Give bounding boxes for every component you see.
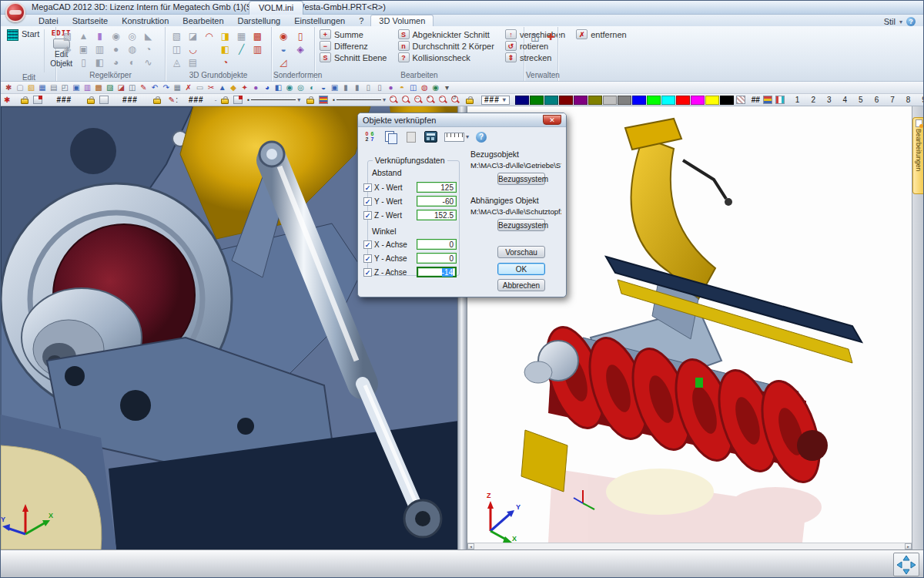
x-achse-input[interactable]: 0: [417, 239, 457, 250]
view-number-button[interactable]: 3: [827, 96, 832, 104]
toolbar-icon[interactable]: ◆: [228, 82, 239, 93]
z-wert-checkbox[interactable]: ✓: [363, 211, 372, 220]
color-swatch[interactable]: [574, 96, 588, 105]
toolbar-icon[interactable]: ▮: [351, 82, 363, 93]
zoom-icon[interactable]: ↺: [450, 95, 460, 105]
layer-value[interactable]: ###: [56, 96, 72, 104]
color-swatch[interactable]: [559, 96, 573, 105]
line-style-icon[interactable]: [319, 96, 328, 104]
style-label[interactable]: Stil: [884, 17, 896, 26]
toolbar-icon[interactable]: ◎: [295, 82, 306, 93]
x-wert-input[interactable]: 125: [417, 182, 457, 193]
grundobjekt-icon[interactable]: ▤: [185, 55, 201, 69]
regelkoerper-shape-icon[interactable]: ▥: [92, 42, 108, 55]
bezugssystem-button-1[interactable]: Bezugssystem: [497, 173, 545, 185]
grundobjekt-icon[interactable]: [201, 55, 217, 69]
grundobjekt-icon[interactable]: ◠: [201, 29, 217, 42]
color-swatch[interactable]: [691, 96, 705, 105]
zoom-icon[interactable]: ↔: [413, 95, 424, 105]
toolbar-icon[interactable]: ●: [385, 82, 397, 93]
toolbar-icon[interactable]: ◒: [318, 82, 330, 93]
abbrechen-button[interactable]: Abbrechen: [497, 279, 545, 291]
snap-point-icon[interactable]: ✱: [4, 96, 10, 104]
regelkoerper-shape-icon[interactable]: ▯: [75, 55, 92, 69]
vorschau-button[interactable]: Vorschau: [497, 246, 545, 258]
lock-icon[interactable]: [306, 99, 314, 104]
color-swatch[interactable]: [676, 96, 690, 105]
grundobjekt-icon[interactable]: ◨: [217, 29, 233, 42]
toolbar-icon[interactable]: ▤: [48, 82, 59, 93]
z-achse-checkbox[interactable]: ✓: [363, 268, 372, 277]
zoom-icon[interactable]: ▫: [401, 95, 411, 105]
view-number-button[interactable]: 7: [890, 96, 895, 104]
toolbar-icon[interactable]: ▨: [104, 82, 116, 93]
y-achse-checkbox[interactable]: ✓: [363, 254, 372, 263]
toolbar-icon[interactable]: ▣: [329, 82, 340, 93]
toolbar-icon[interactable]: ✎: [138, 82, 149, 93]
regelkoerper-shape-icon[interactable]: ◣: [140, 29, 156, 42]
group-icon[interactable]: [99, 96, 109, 104]
link-values-icon[interactable]: 0627: [364, 131, 377, 143]
sonderform-icon[interactable]: ◈: [292, 42, 309, 55]
entfernen-button[interactable]: ✗entfernen: [574, 29, 628, 39]
sonderform-icon[interactable]: ◿: [275, 55, 292, 69]
toolbar-icon[interactable]: ◍: [419, 82, 430, 93]
lock-icon[interactable]: [153, 99, 161, 104]
copy-icon[interactable]: [384, 131, 397, 143]
color-swatch[interactable]: [632, 96, 646, 105]
sonderform-icon[interactable]: ◉: [275, 29, 292, 42]
menu-item[interactable]: Bearbeiten: [176, 15, 230, 26]
grundobjekt-icon[interactable]: ◪: [185, 29, 201, 42]
schnitt-ebene-button[interactable]: SSchnitt Ebene: [318, 52, 389, 62]
sonderform-icon[interactable]: ◒: [275, 42, 292, 55]
toolbar-icon[interactable]: ▥: [82, 82, 93, 93]
toolbar-icon[interactable]: ◐: [306, 82, 318, 93]
color-swatch[interactable]: [647, 96, 661, 105]
menu-item[interactable]: Startseite: [65, 15, 115, 26]
grundobjekt-icon[interactable]: ◧: [217, 42, 233, 55]
regelkoerper-shape-icon[interactable]: ◕: [108, 55, 124, 69]
toolbar-icon[interactable]: ▧: [25, 82, 37, 93]
color-swatch[interactable]: [705, 96, 719, 105]
regelkoerper-shape-icon[interactable]: ◔: [140, 42, 156, 55]
regelkoerper-shape-icon[interactable]: ●: [108, 42, 124, 55]
abgeknickter-schnitt-button[interactable]: SAbgeknickter Schnitt: [397, 29, 496, 39]
toolbar-icon[interactable]: ▣: [71, 82, 82, 93]
dialog-help-icon[interactable]: ?: [476, 132, 487, 143]
regelkoerper-shape-icon[interactable]: ▣: [75, 42, 92, 55]
color-swatch[interactable]: [544, 96, 558, 105]
color-list-icon[interactable]: [763, 96, 772, 104]
lock-icon[interactable]: [466, 99, 474, 104]
y-wert-checkbox[interactable]: ✓: [363, 197, 372, 206]
title-bar[interactable]: MegaCAD 2012 3D: Lizenz Intern für Megat…: [1, 1, 923, 15]
regelkoerper-shape-icon[interactable]: ◧: [92, 55, 108, 69]
toolbar-icon[interactable]: ▾: [441, 82, 453, 93]
toolbar-icon[interactable]: ◉: [430, 82, 442, 93]
color-swatch[interactable]: [720, 96, 734, 105]
lock-icon[interactable]: [87, 99, 95, 104]
toolbar-icon[interactable]: ▯: [363, 82, 374, 93]
regelkoerper-shape-icon[interactable]: ▮: [92, 29, 108, 42]
toolbar-icon[interactable]: ▭: [194, 82, 206, 93]
view-number-button[interactable]: 2: [811, 96, 815, 104]
verwalten-icon[interactable]: ◫: [527, 29, 543, 45]
color-swatch[interactable]: [618, 96, 631, 105]
dialog-title-bar[interactable]: Objekte verknüpfen ✕: [358, 113, 566, 127]
dimension-dropdown[interactable]: ▾: [444, 133, 469, 142]
color-swatch[interactable]: [530, 96, 544, 105]
grundobjekt-icon[interactable]: ◫: [169, 42, 185, 55]
x-wert-checkbox[interactable]: ✓: [363, 183, 372, 192]
sonderform-icon[interactable]: ▯: [292, 29, 309, 42]
tab-bearbeitungen[interactable]: Bearbeitungen: [912, 117, 924, 194]
zoom-icon[interactable]: −: [389, 95, 399, 105]
toolbar-icon[interactable]: ◰: [59, 82, 71, 93]
start-button[interactable]: Start: [7, 29, 39, 41]
toolbar-icon[interactable]: ◓: [397, 82, 408, 93]
pen-value[interactable]: ###: [189, 96, 204, 104]
toolbar-icon[interactable]: ✂: [206, 82, 217, 93]
bar-icon[interactable]: [775, 96, 785, 104]
line-width-icon[interactable]: [233, 96, 243, 104]
grundobjekt-icon[interactable]: ▩: [249, 29, 266, 42]
toolbar-icon[interactable]: ▢: [15, 82, 26, 93]
toolbar-icon[interactable]: ▦: [172, 82, 183, 93]
